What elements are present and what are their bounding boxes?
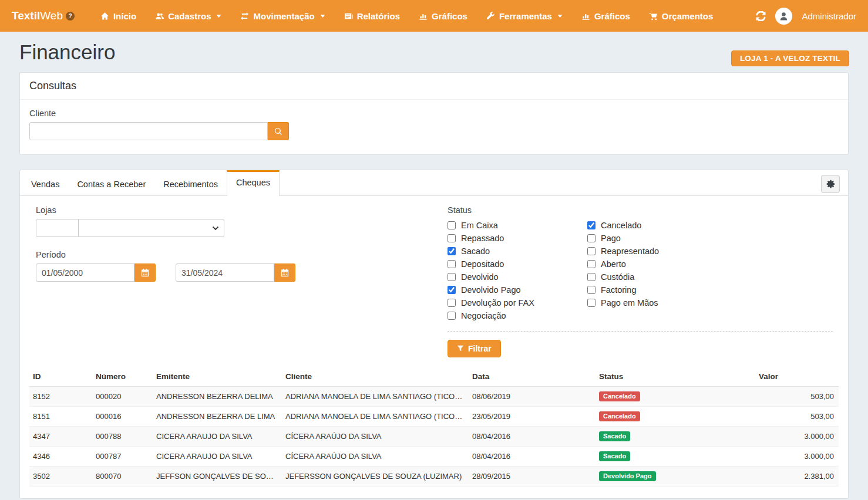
nav-item-relatorios[interactable]: Relatórios (335, 0, 409, 32)
nav-item-orcamentos[interactable]: Orçamentos (640, 0, 723, 32)
date-to-input[interactable] (176, 263, 274, 282)
status-checkbox-negociacao[interactable] (448, 312, 456, 320)
tab-recebimentos[interactable]: Recebimentos (154, 170, 227, 196)
status-option-label: Devolvido Pago (461, 285, 521, 295)
status-option-devolucao-por-fax[interactable]: Devolução por FAX (448, 296, 587, 309)
date-from-input[interactable] (36, 263, 134, 282)
date-from-group (36, 263, 156, 282)
status-checkbox-repassado[interactable] (448, 234, 456, 242)
nav-item-movimentacao[interactable]: Movimentação (231, 0, 334, 32)
status-option-cancelado[interactable]: Cancelado (587, 219, 727, 232)
lojas-label: Lojas (36, 205, 448, 215)
nav-item-inicio[interactable]: Início (91, 0, 146, 32)
refresh-icon[interactable] (756, 11, 766, 21)
cell-id: 4346 (29, 447, 92, 467)
gear-icon (826, 180, 835, 188)
cell-id: 4347 (29, 427, 92, 447)
status-option-repassado[interactable]: Repassado (448, 232, 587, 245)
status-option-negociacao[interactable]: Negociação (448, 309, 587, 322)
nav-item-ferramentas[interactable]: Ferramentas (477, 0, 572, 32)
status-checkbox-pago[interactable] (587, 234, 596, 242)
status-checkbox-sacado[interactable] (448, 247, 456, 255)
nav-item-cadastros[interactable]: Cadastros (146, 0, 231, 32)
exchange-icon (240, 12, 249, 21)
consultas-panel-title: Consultas (20, 73, 848, 100)
status-option-custodia[interactable]: Custódia (587, 271, 727, 283)
user-menu[interactable]: Administrador (802, 11, 856, 21)
tab-cheques[interactable]: Cheques (227, 170, 280, 196)
nav-item-label: Relatórios (357, 11, 400, 21)
tab-contas-a-receber[interactable]: Contas a Receber (68, 170, 154, 196)
filters-right-column: Status Em Caixa Repassado Sacado Deposit… (448, 205, 839, 357)
status-checkbox-devolucao-por-fax[interactable] (448, 299, 456, 307)
tabs: Vendas Contas a Receber Recebimentos Che… (22, 170, 280, 195)
status-option-devolvido[interactable]: Devolvido (448, 271, 587, 283)
cell-valor: 2.381,00 (755, 467, 839, 487)
bar-chart-icon (419, 12, 428, 21)
settings-button[interactable] (821, 175, 840, 193)
cliente-input-group (29, 122, 839, 140)
status-badge: Cancelado (599, 391, 640, 401)
status-option-factoring[interactable]: Factoring (587, 283, 727, 296)
status-checkbox-devolvido[interactable] (448, 273, 456, 281)
table-row: 4347 000788 CICERA ARAUJO DA SILVA CÍCER… (29, 427, 839, 447)
cheques-table: ID Número Emitente Cliente Data Status V… (29, 367, 839, 487)
status-option-label: Aberto (601, 259, 626, 269)
page-header: Financeiro LOJA 1 - A VELOZ TEXTIL (0, 32, 868, 72)
cell-id: 3502 (29, 467, 92, 487)
status-option-em-caixa[interactable]: Em Caixa (448, 219, 587, 232)
loja-code-input[interactable] (36, 219, 79, 237)
cell-cliente: ADRIANA MANOELA DE LIMA SANTIAGO (TICO D… (282, 387, 469, 407)
periodo-groups (36, 263, 448, 282)
cell-data: 08/06/2019 (469, 387, 596, 407)
nav-item-graficos-1[interactable]: Gráficos (409, 0, 477, 32)
cell-id: 8151 (29, 407, 92, 427)
nav-item-label: Movimentação (253, 11, 314, 21)
status-option-pago-em-maos[interactable]: Pago em Mãos (587, 296, 727, 309)
status-checkbox-em-caixa[interactable] (448, 221, 456, 229)
cell-cliente: CÍCERA ARAÚJO DA SILVA (282, 427, 469, 447)
brand-logo[interactable]: TextilWeb ? (12, 9, 75, 22)
status-option-reapresentado[interactable]: Reapresentado (587, 245, 727, 258)
date-to-calendar-button[interactable] (274, 263, 295, 282)
user-avatar-icon[interactable] (775, 8, 792, 25)
tab-strip: Vendas Contas a Receber Recebimentos Che… (20, 170, 848, 196)
tab-vendas[interactable]: Vendas (22, 170, 68, 196)
status-option-depositado[interactable]: Depositado (448, 258, 587, 271)
date-from-calendar-button[interactable] (134, 263, 156, 282)
status-checkbox-cancelado[interactable] (587, 221, 596, 229)
cell-data: 08/04/2016 (469, 447, 596, 467)
status-option-devolvido-pago[interactable]: Devolvido Pago (448, 283, 587, 296)
store-selector-button[interactable]: LOJA 1 - A VELOZ TEXTIL (731, 50, 849, 66)
loja-select-wrap (78, 219, 224, 237)
status-option-aberto[interactable]: Aberto (587, 258, 727, 271)
consultas-panel-body: Cliente (20, 100, 848, 154)
loja-select[interactable] (78, 219, 224, 237)
filtrar-button[interactable]: Filtrar (448, 340, 501, 357)
status-checkbox-devolvido-pago[interactable] (448, 286, 456, 294)
cliente-search-button[interactable] (268, 122, 289, 140)
status-option-sacado[interactable]: Sacado (448, 245, 587, 258)
column-header-status: Status (596, 367, 755, 387)
status-checkbox-reapresentado[interactable] (587, 247, 596, 255)
status-checkbox-factoring[interactable] (587, 286, 596, 294)
filters-row: Lojas Período (29, 205, 839, 357)
column-header-data: Data (469, 367, 596, 387)
cell-data: 28/09/2015 (469, 467, 596, 487)
status-option-label: Pago (601, 234, 621, 243)
nav-menu: Início Cadastros Movimentação Relatórios… (91, 0, 722, 32)
status-option-pago[interactable]: Pago (587, 232, 727, 245)
status-checkbox-aberto[interactable] (587, 260, 596, 268)
status-checkbox-columns: Em Caixa Repassado Sacado Depositado Dev… (448, 219, 833, 322)
column-header-valor: Valor (755, 367, 839, 387)
top-navbar: TextilWeb ? Início Cadastros Movimentaçã… (0, 0, 868, 32)
cliente-input[interactable] (29, 122, 268, 140)
status-option-label: Negociação (461, 311, 506, 320)
status-checkbox-pago-em-maos[interactable] (587, 299, 596, 307)
question-circle-icon[interactable]: ? (66, 12, 75, 21)
tabs-card: Vendas Contas a Receber Recebimentos Che… (19, 170, 849, 499)
cell-status: Sacado (596, 427, 755, 447)
status-checkbox-depositado[interactable] (448, 260, 456, 268)
nav-item-graficos-2[interactable]: Gráficos (572, 0, 640, 32)
status-checkbox-custodia[interactable] (587, 273, 596, 281)
